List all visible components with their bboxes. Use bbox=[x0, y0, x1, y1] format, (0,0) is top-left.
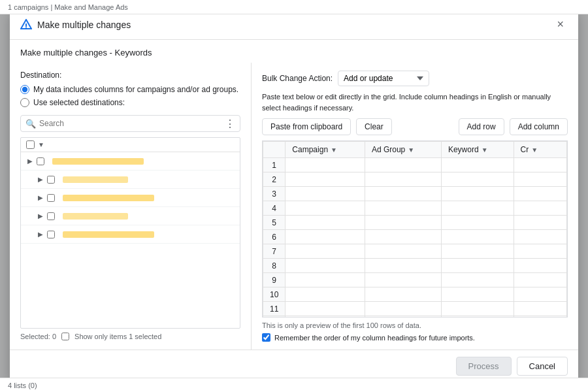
col-cr-label: Cr bbox=[521, 145, 529, 154]
cell-cr-1[interactable] bbox=[514, 158, 566, 172]
cell-keyword-5[interactable] bbox=[441, 216, 514, 230]
modal: Make multiple changes × Make multiple ch… bbox=[10, 10, 578, 382]
cell-adgroup-4[interactable] bbox=[365, 201, 441, 216]
process-button[interactable]: Process bbox=[456, 357, 512, 376]
paste-from-clipboard-button[interactable]: Paste from clipboard bbox=[262, 118, 351, 135]
expand-all-arrow[interactable]: ▼ bbox=[37, 141, 45, 149]
paste-hint: Paste text below or edit directly in the… bbox=[262, 91, 568, 113]
cell-adgroup-7[interactable] bbox=[365, 244, 441, 259]
cell-cr-7[interactable] bbox=[514, 244, 566, 259]
grid-container[interactable]: Campaign ▼ Ad Group ▼ bbox=[262, 140, 568, 318]
cell-campaign-6[interactable] bbox=[286, 230, 365, 244]
col-keyword-arrow[interactable]: ▼ bbox=[482, 146, 488, 154]
radio-my-data[interactable]: My data includes columns for campaigns a… bbox=[20, 85, 240, 94]
cell-cr-9[interactable] bbox=[514, 273, 566, 287]
svg-point-2 bbox=[25, 27, 27, 28]
cell-adgroup-8[interactable] bbox=[365, 259, 441, 273]
cell-campaign-7[interactable] bbox=[286, 244, 365, 259]
col-adgroup-arrow[interactable]: ▼ bbox=[408, 146, 414, 154]
row-expand-4[interactable]: ▶ bbox=[37, 212, 44, 220]
row-checkbox-5[interactable] bbox=[47, 231, 55, 238]
row-content-4 bbox=[63, 213, 128, 220]
cell-keyword-10[interactable] bbox=[441, 287, 514, 302]
grid-table: Campaign ▼ Ad Group ▼ bbox=[263, 141, 567, 318]
row-checkbox-2[interactable] bbox=[47, 176, 55, 184]
cell-keyword-3[interactable] bbox=[441, 187, 514, 201]
row-expand-5[interactable]: ▶ bbox=[37, 231, 44, 238]
cell-campaign-12[interactable] bbox=[286, 316, 365, 318]
cell-keyword-7[interactable] bbox=[441, 244, 514, 259]
cell-campaign-1[interactable] bbox=[286, 158, 365, 172]
cell-keyword-6[interactable] bbox=[441, 230, 514, 244]
bottom-info: This is only a preview of the first 100 … bbox=[262, 321, 568, 329]
more-options-icon[interactable]: ⋮ bbox=[225, 118, 235, 130]
row-number: 6 bbox=[263, 230, 286, 244]
cell-campaign-2[interactable] bbox=[286, 172, 365, 187]
modal-subtitle: Make multiple changes - Keywords bbox=[10, 40, 578, 63]
cell-keyword-2[interactable] bbox=[441, 172, 514, 187]
cell-campaign-3[interactable] bbox=[286, 187, 365, 201]
cell-campaign-11[interactable] bbox=[286, 302, 365, 316]
cancel-button[interactable]: Cancel bbox=[517, 357, 568, 376]
cell-adgroup-10[interactable] bbox=[365, 287, 441, 302]
cell-cr-10[interactable] bbox=[514, 287, 566, 302]
search-input[interactable] bbox=[20, 115, 240, 132]
cell-cr-2[interactable] bbox=[514, 172, 566, 187]
grid-col-campaign[interactable]: Campaign ▼ bbox=[286, 142, 365, 158]
row-expand-2[interactable]: ▶ bbox=[37, 176, 44, 184]
row-checkbox-4[interactable] bbox=[47, 212, 55, 220]
col-campaign-arrow[interactable]: ▼ bbox=[331, 146, 337, 154]
grid-col-keyword[interactable]: Keyword ▼ bbox=[441, 142, 514, 158]
row-expand-3[interactable]: ▶ bbox=[37, 194, 44, 202]
row-checkbox-1[interactable] bbox=[37, 157, 44, 165]
cell-campaign-8[interactable] bbox=[286, 259, 365, 273]
cell-keyword-8[interactable] bbox=[441, 259, 514, 273]
top-bar-text: 1 campaigns | Make and Manage Ads bbox=[8, 3, 128, 11]
cell-campaign-4[interactable] bbox=[286, 201, 365, 216]
cell-cr-5[interactable] bbox=[514, 216, 566, 230]
cell-adgroup-6[interactable] bbox=[365, 230, 441, 244]
cell-adgroup-12[interactable] bbox=[365, 316, 441, 318]
radio-my-data-label: My data includes columns for campaigns a… bbox=[33, 85, 238, 94]
cell-adgroup-5[interactable] bbox=[365, 216, 441, 230]
cell-adgroup-9[interactable] bbox=[365, 273, 441, 287]
cell-adgroup-1[interactable] bbox=[365, 158, 441, 172]
cell-keyword-11[interactable] bbox=[441, 302, 514, 316]
tree-row: ▶ bbox=[21, 207, 240, 225]
cell-adgroup-2[interactable] bbox=[365, 172, 441, 187]
cell-cr-8[interactable] bbox=[514, 259, 566, 273]
close-button[interactable]: × bbox=[553, 16, 568, 33]
row-expand-1[interactable]: ▶ bbox=[26, 157, 34, 165]
cell-cr-4[interactable] bbox=[514, 201, 566, 216]
grid-col-adgroup[interactable]: Ad Group ▼ bbox=[365, 142, 441, 158]
cell-keyword-4[interactable] bbox=[441, 201, 514, 216]
cell-cr-11[interactable] bbox=[514, 302, 566, 316]
cell-adgroup-3[interactable] bbox=[365, 187, 441, 201]
grid-col-cr[interactable]: Cr ▼ bbox=[514, 142, 566, 158]
radio-use-selected[interactable]: Use selected destinations: bbox=[20, 98, 240, 107]
radio-my-data-input[interactable] bbox=[20, 85, 29, 94]
cell-cr-12[interactable] bbox=[514, 316, 566, 318]
cell-keyword-1[interactable] bbox=[441, 158, 514, 172]
cell-campaign-9[interactable] bbox=[286, 273, 365, 287]
cell-keyword-12[interactable] bbox=[441, 316, 514, 318]
cell-cr-6[interactable] bbox=[514, 230, 566, 244]
bulk-action-row: Bulk Change Action: Add or update bbox=[262, 71, 568, 86]
remember-checkbox[interactable] bbox=[262, 333, 270, 342]
row-checkbox-3[interactable] bbox=[47, 194, 55, 202]
show-only-checkbox[interactable] bbox=[61, 333, 69, 340]
cell-cr-3[interactable] bbox=[514, 187, 566, 201]
bulk-action-select[interactable]: Add or update bbox=[338, 71, 429, 86]
select-all-checkbox[interactable] bbox=[26, 140, 35, 149]
cell-adgroup-11[interactable] bbox=[365, 302, 441, 316]
add-row-button[interactable]: Add row bbox=[459, 118, 504, 135]
cell-keyword-9[interactable] bbox=[441, 273, 514, 287]
clear-button[interactable]: Clear bbox=[356, 118, 392, 135]
radio-use-selected-input[interactable] bbox=[20, 98, 29, 107]
modal-body: Destination: My data includes columns fo… bbox=[10, 63, 578, 350]
cell-campaign-5[interactable] bbox=[286, 216, 365, 230]
google-ads-icon bbox=[20, 19, 32, 31]
radio-group: My data includes columns for campaigns a… bbox=[20, 85, 240, 107]
add-column-button[interactable]: Add column bbox=[510, 118, 568, 135]
cell-campaign-10[interactable] bbox=[286, 287, 365, 302]
